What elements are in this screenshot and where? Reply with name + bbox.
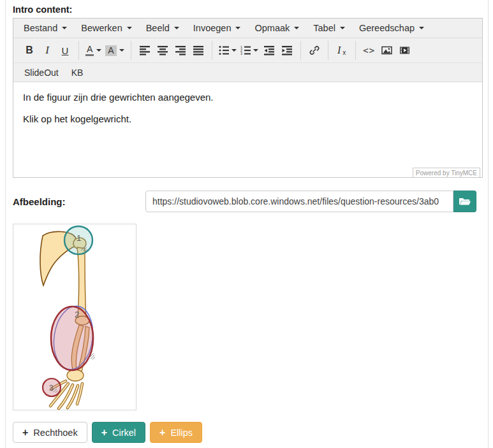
chevron-down-icon [127,27,132,29]
numbered-list-button[interactable]: 123 [239,41,260,59]
indent-button[interactable] [278,41,296,59]
media-icon [399,45,410,55]
bold-button[interactable]: B [20,41,38,59]
menu-bewerken[interactable]: Bewerken [74,20,138,36]
question-editor-panel: Intro content: Bestand Bewerken Beeld In… [5,0,489,448]
question-figure-panel: 1 2 3 [13,224,136,410]
shape-actions: + Rechthoek + Cirkel + Ellips [13,422,488,443]
menu-opmaak[interactable]: Opmaak [247,20,306,36]
editor-content-area[interactable]: In de figuur zijn drie gewrichten aangeg… [13,82,482,177]
toolbar-group-link [300,41,328,60]
menu-gereedschap[interactable]: Gereedschap [352,20,431,36]
menu-bewerken-label: Bewerken [81,23,122,33]
kb-button[interactable]: KB [66,65,89,80]
intro-content-label: Intro content: [13,4,488,15]
link-icon [309,45,320,55]
chevron-down-icon [294,27,299,29]
add-ellipse-label: Ellips [170,428,193,438]
chevron-down-icon [119,49,124,52]
chevron-down-icon [419,27,424,29]
hotspot-ellipse-2[interactable] [51,307,93,370]
slideout-button[interactable]: SlideOut [18,65,64,80]
chevron-down-icon [232,49,237,52]
justify-icon [193,45,203,55]
tinymce-branding-badge: Powered by TinyMCE [413,168,480,177]
toolbar-group-clear: Ix [328,41,355,60]
menu-bestand-label: Bestand [24,23,57,33]
chevron-down-icon [62,27,67,29]
toolbar-group-lists: 123 [212,41,300,60]
text-color-icon: A [85,45,94,56]
justify-button[interactable] [189,41,207,59]
bullet-list-button[interactable] [217,41,239,59]
italic-button[interactable]: I [38,41,56,59]
add-circle-label: Cirkel [112,428,136,438]
source-code-icon: <> [363,45,375,55]
image-icon [381,45,392,55]
source-code-button[interactable]: <> [360,41,378,59]
align-left-icon [140,45,150,55]
background-color-button[interactable]: A [103,41,126,59]
plus-icon: + [101,427,107,438]
clear-formatting-sub: x [342,49,346,56]
content-paragraph-2: Klik op het kogelgewricht. [23,113,473,124]
underline-button[interactable]: U [56,41,74,59]
image-url-input[interactable] [145,191,453,212]
toolbar-group-media: <> [355,41,418,60]
outdent-icon [264,45,274,55]
carpal-bones [67,370,84,381]
tinymce-editor: Bestand Bewerken Beeld Invoegen Opmaak T… [13,18,483,178]
insert-link-button[interactable] [305,41,323,59]
insert-media-button[interactable] [396,41,414,59]
toolbar-group-colors: A A [78,41,131,60]
add-ellipse-button[interactable]: + Ellips [150,422,202,443]
svg-text:3: 3 [240,52,242,55]
text-color-button[interactable]: A [84,41,103,59]
toolbar-group-align [131,41,212,60]
hotspot-3-number: 3 [49,384,54,393]
editor-menubar: Bestand Bewerken Beeld Invoegen Opmaak T… [13,18,482,38]
browse-file-button[interactable] [453,191,476,212]
image-url-group [145,191,476,212]
hotspot-2-number: 2 [75,310,79,319]
chevron-down-icon [253,49,258,52]
menu-tabel-label: Tabel [313,23,335,33]
add-circle-button[interactable]: + Cirkel [92,422,145,443]
toolbar-group-basic: B I U [16,41,78,60]
background-color-icon: A [105,45,116,56]
align-center-button[interactable] [154,41,172,59]
editor-toolbar: B I U A A [13,38,482,63]
menu-invoegen-label: Invoegen [193,23,232,33]
clear-formatting-button[interactable]: Ix [333,41,351,59]
chevron-down-icon [174,27,179,29]
italic-icon: I [45,44,49,57]
menu-invoegen[interactable]: Invoegen [186,20,248,36]
outdent-button[interactable] [260,41,278,59]
folder-open-icon [459,196,471,206]
insert-image-button[interactable] [378,41,396,59]
clear-formatting-icon: I [337,45,341,56]
plus-icon: + [22,427,28,438]
menu-opmaak-label: Opmaak [254,23,290,33]
numbered-list-icon: 123 [240,45,251,55]
menu-bestand[interactable]: Bestand [17,20,74,36]
align-left-button[interactable] [136,41,154,59]
bullet-list-icon [219,45,229,55]
align-right-icon [175,45,186,55]
arm-skeleton-figure: 1 2 3 [13,224,136,410]
chevron-down-icon [340,27,345,29]
chevron-down-icon [235,27,240,29]
menu-beeld-label: Beeld [146,23,170,33]
add-rectangle-button[interactable]: + Rechthoek [13,422,87,443]
indent-icon [282,45,292,55]
editor-toolbar-custom: SlideOut KB [13,63,482,82]
image-field-row: Afbeelding: [13,191,488,212]
afbeelding-label: Afbeelding: [13,196,145,207]
align-right-button[interactable] [172,41,189,59]
align-center-icon [158,45,168,55]
menu-tabel[interactable]: Tabel [306,20,352,36]
add-rectangle-label: Rechthoek [33,428,77,438]
plus-icon: + [159,427,165,438]
hotspot-1-number: 1 [77,233,81,243]
menu-beeld[interactable]: Beeld [139,20,186,36]
